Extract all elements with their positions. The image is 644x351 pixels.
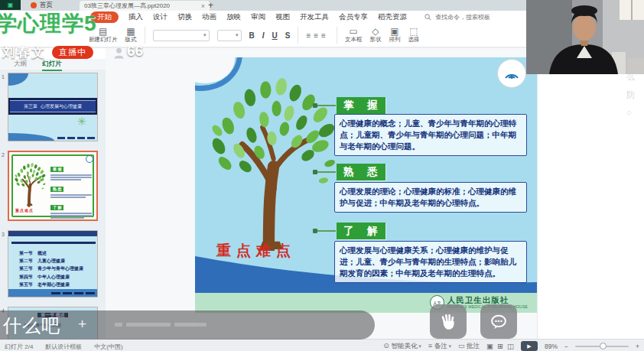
slide-thumbnail-2-current[interactable]: 掌 握 熟 悉 了 解 重点难点	[8, 151, 98, 221]
add-icon[interactable]: +	[78, 316, 86, 333]
reading-view-icon[interactable]: ◫	[507, 342, 514, 350]
toc-item: 第五节 老年期心理健康	[19, 281, 83, 288]
arrange-button[interactable]: ▣ 排列	[389, 27, 400, 43]
status-theme: 默认设计模板	[45, 343, 82, 351]
font-family-select[interactable]: ▾	[153, 30, 210, 41]
shape-button[interactable]: ◇ 形状	[369, 27, 381, 43]
menu-item-slideshow[interactable]: 放映	[226, 12, 241, 22]
beautify-icon: ⊙	[383, 342, 391, 349]
slide-number: 1	[2, 74, 5, 80]
raise-hand-button[interactable]	[430, 304, 467, 339]
thumb2-caption: 重点难点	[15, 208, 34, 213]
wps-home-icon	[31, 2, 37, 8]
slide-thumbnail-1[interactable]: 第三章 心理发展与心理健康 ✳	[8, 73, 98, 141]
connector-line	[317, 171, 336, 173]
zoom-slider-knob[interactable]	[600, 343, 607, 349]
connector-line	[317, 105, 336, 106]
zoom-level[interactable]: 89%	[545, 343, 558, 350]
comments-button[interactable]: ▭ 批注	[458, 342, 480, 351]
toc-item: 第三节 青少年与青年心理健康	[19, 265, 83, 272]
tab-document[interactable]: 03班三章心理发展—高.ppt2020 ×	[80, 1, 210, 11]
live-badge: 直播中	[52, 46, 93, 59]
slide-canvas[interactable]: 重点难点 掌 握 心理健康的概念；儿童、青少年与青年期的心理特点；儿童期、青少年…	[195, 57, 537, 313]
play-slideshow-button[interactable]: ▶	[521, 341, 538, 351]
thumb2-label-3: 了 解	[50, 205, 63, 210]
menu-item-review[interactable]: 审阅	[251, 12, 265, 22]
thumb2-label-2: 熟 悉	[50, 187, 63, 192]
search-input[interactable]	[434, 13, 503, 21]
webcam-video[interactable]	[526, 0, 644, 74]
thumb2-label-1: 掌 握	[50, 167, 63, 172]
zoom-out-button[interactable]: −	[564, 343, 568, 350]
comments-icon: ▭	[458, 342, 467, 349]
chat-bubble-icon	[489, 312, 509, 332]
tab-slides[interactable]: 幻灯片	[42, 60, 62, 71]
toc-item: 第四节 中年人心理健康	[19, 273, 83, 281]
toolbar-divider	[298, 27, 298, 44]
thumb-decor	[8, 231, 97, 236]
tree-mini-icon	[12, 160, 47, 207]
person-icon	[113, 47, 125, 60]
section-text-grasp[interactable]: 心理健康的概念；儿童、青少年与青年期的心理特点；儿童期、青少年与青年期的心理问题…	[334, 114, 527, 156]
zoom-slider[interactable]	[575, 346, 629, 347]
chat-button[interactable]	[480, 304, 517, 339]
sorter-view-icon[interactable]: ⊞	[497, 342, 503, 350]
editing-area: 重点难点 掌 握 心理健康的概念；儿童、青少年与青年期的心理特点；儿童期、青少年…	[106, 48, 537, 340]
streamer-name: 刘春文	[2, 44, 46, 61]
strike-button[interactable]: S	[285, 31, 291, 40]
thumb-decor	[11, 242, 96, 244]
menu-item-view[interactable]: 视图	[275, 12, 290, 22]
textbox-button[interactable]: ▭ 文本框	[345, 27, 363, 43]
chat-input-text[interactable]: 什么吧	[3, 314, 60, 338]
status-bar: 幻灯片 2/4 默认设计模板 中文(中国) ⊙ 智能美化 ▾ ≡ 备注 ▾ ▭ …	[0, 339, 644, 351]
thumb1-chapter: 第三章	[24, 103, 37, 110]
beautify-button[interactable]: ⊙ 智能美化 ▾	[383, 342, 421, 351]
new-tab-button[interactable]: +	[208, 0, 213, 11]
menu-item-transition[interactable]: 切换	[177, 12, 192, 22]
layout-button[interactable]: ▦ 版式	[125, 27, 137, 43]
menu-item-design[interactable]: 设计	[153, 12, 168, 22]
bold-button[interactable]: B	[249, 31, 255, 40]
menu-item-animation[interactable]: 动画	[202, 12, 216, 22]
search-icon	[424, 14, 431, 21]
underline-button[interactable]: U	[272, 31, 278, 40]
blurred-hint-text	[115, 323, 207, 327]
toolbar-divider	[145, 27, 145, 44]
normal-view-icon[interactable]: ▣	[486, 342, 493, 350]
viewer-count-number: 66	[127, 43, 143, 60]
menu-item-docer[interactable]: 稻壳资源	[378, 12, 407, 22]
ghost-text: ○	[626, 108, 632, 117]
viewer-count[interactable]: 66	[113, 43, 143, 60]
screen: ▣ 首页 03班三章心理发展—高.ppt2020 × + 开始 插入 设计 切换…	[0, 0, 644, 351]
section-text-understand[interactable]: 心理发展与心理健康关系；心理健康的维护与促进；儿童、青少年与青年期的生理特点；影…	[334, 241, 527, 283]
font-size-select[interactable]: ▾	[217, 30, 242, 41]
publisher-name: 人民卫生出版社	[447, 296, 528, 305]
toc-item: 第一节 概述	[19, 249, 83, 257]
course-watermark: 学心理学5	[0, 9, 97, 38]
chat-input-bar[interactable]: 什么吧 +	[0, 310, 375, 340]
menu-item-insert[interactable]: 插入	[128, 12, 143, 22]
slide-number: 3	[2, 232, 5, 237]
thumb-title-banner: 第三章 心理发展与心理健康	[8, 98, 97, 115]
menu-item-devtools[interactable]: 开发工具	[300, 12, 329, 22]
thumb1-title: 心理发展与心理健康	[41, 103, 82, 110]
notes-button[interactable]: ≡ 备注 ▾	[428, 342, 451, 351]
zoom-in-button[interactable]: +	[636, 343, 639, 350]
flower-icon: ✳	[76, 115, 86, 128]
toc-item: 第二节 儿童心理健康	[19, 257, 83, 265]
slide-thumbnail-3[interactable]: 第一节 概述 第二节 儿童心理健康 第三节 青少年与青年心理健康 第四节 中年人…	[8, 230, 98, 297]
section-text-familiar[interactable]: 心理发展的理论；心理健康的标准；心理健康的维护与促进；中年期及老年期的心理特点。	[334, 182, 527, 213]
italic-button[interactable]: I	[262, 31, 265, 40]
slide-number: 2	[2, 152, 5, 158]
select-button[interactable]: ⬚ 选择	[408, 27, 419, 43]
section-label-grasp[interactable]: 掌 握	[337, 97, 385, 114]
document-tab-title: 03班三章心理发展—高.ppt2020	[84, 2, 170, 10]
workspace: 大纲 幻灯片 1 第三章 心理发展与心理健康 ✳ 2	[0, 47, 644, 340]
align-buttons[interactable]: ≡≡≡	[306, 31, 329, 40]
thumb-decor	[8, 73, 28, 86]
section-label-familiar[interactable]: 熟 悉	[337, 164, 385, 180]
menu-item-member[interactable]: 会员专享	[339, 12, 368, 22]
command-search[interactable]	[424, 13, 503, 21]
ghost-text: 防	[626, 89, 635, 101]
close-icon[interactable]: ×	[201, 2, 205, 10]
